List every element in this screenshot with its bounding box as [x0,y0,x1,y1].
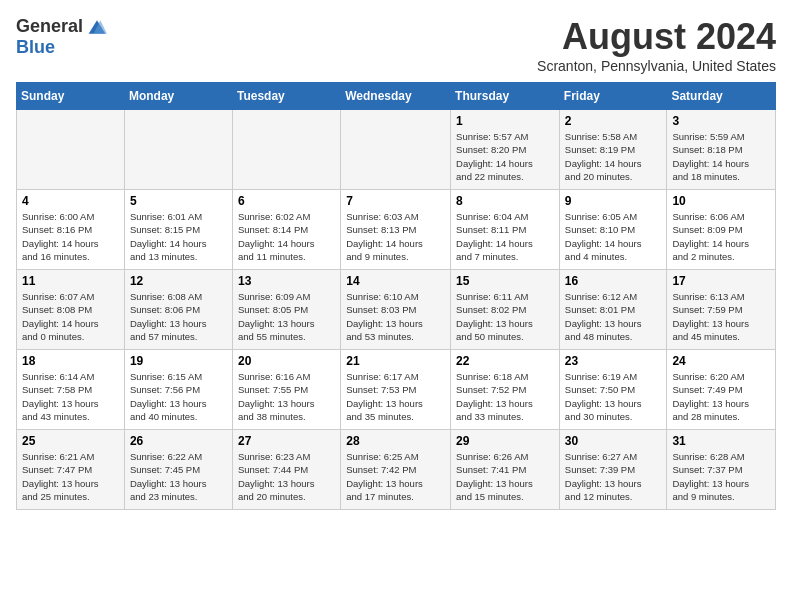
calendar-cell: 6Sunrise: 6:02 AM Sunset: 8:14 PM Daylig… [232,190,340,270]
calendar-cell [232,110,340,190]
day-info: Sunrise: 6:16 AM Sunset: 7:55 PM Dayligh… [238,370,335,423]
logo-icon [87,17,107,37]
day-info: Sunrise: 6:12 AM Sunset: 8:01 PM Dayligh… [565,290,662,343]
day-number: 15 [456,274,554,288]
day-number: 2 [565,114,662,128]
day-number: 7 [346,194,445,208]
day-number: 17 [672,274,770,288]
day-info: Sunrise: 6:10 AM Sunset: 8:03 PM Dayligh… [346,290,445,343]
day-info: Sunrise: 6:28 AM Sunset: 7:37 PM Dayligh… [672,450,770,503]
calendar-cell: 9Sunrise: 6:05 AM Sunset: 8:10 PM Daylig… [559,190,667,270]
calendar-cell: 11Sunrise: 6:07 AM Sunset: 8:08 PM Dayli… [17,270,125,350]
weekday-header-row: SundayMondayTuesdayWednesdayThursdayFrid… [17,83,776,110]
title-block: August 2024 Scranton, Pennsylvania, Unit… [537,16,776,74]
day-number: 13 [238,274,335,288]
calendar-cell: 1Sunrise: 5:57 AM Sunset: 8:20 PM Daylig… [451,110,560,190]
calendar-week-row: 11Sunrise: 6:07 AM Sunset: 8:08 PM Dayli… [17,270,776,350]
day-number: 10 [672,194,770,208]
calendar-cell: 28Sunrise: 6:25 AM Sunset: 7:42 PM Dayli… [341,430,451,510]
day-number: 22 [456,354,554,368]
day-info: Sunrise: 6:13 AM Sunset: 7:59 PM Dayligh… [672,290,770,343]
day-info: Sunrise: 6:17 AM Sunset: 7:53 PM Dayligh… [346,370,445,423]
calendar-cell: 20Sunrise: 6:16 AM Sunset: 7:55 PM Dayli… [232,350,340,430]
day-info: Sunrise: 6:07 AM Sunset: 8:08 PM Dayligh… [22,290,119,343]
day-number: 28 [346,434,445,448]
day-number: 21 [346,354,445,368]
day-info: Sunrise: 6:22 AM Sunset: 7:45 PM Dayligh… [130,450,227,503]
day-info: Sunrise: 6:06 AM Sunset: 8:09 PM Dayligh… [672,210,770,263]
day-info: Sunrise: 6:00 AM Sunset: 8:16 PM Dayligh… [22,210,119,263]
calendar-week-row: 4Sunrise: 6:00 AM Sunset: 8:16 PM Daylig… [17,190,776,270]
calendar-cell: 26Sunrise: 6:22 AM Sunset: 7:45 PM Dayli… [124,430,232,510]
calendar-week-row: 25Sunrise: 6:21 AM Sunset: 7:47 PM Dayli… [17,430,776,510]
day-number: 27 [238,434,335,448]
day-info: Sunrise: 6:27 AM Sunset: 7:39 PM Dayligh… [565,450,662,503]
page-header: General Blue August 2024 Scranton, Penns… [16,16,776,74]
calendar-cell: 31Sunrise: 6:28 AM Sunset: 7:37 PM Dayli… [667,430,776,510]
day-number: 25 [22,434,119,448]
calendar-cell: 21Sunrise: 6:17 AM Sunset: 7:53 PM Dayli… [341,350,451,430]
calendar-cell: 10Sunrise: 6:06 AM Sunset: 8:09 PM Dayli… [667,190,776,270]
day-number: 19 [130,354,227,368]
weekday-header-tuesday: Tuesday [232,83,340,110]
day-number: 4 [22,194,119,208]
weekday-header-monday: Monday [124,83,232,110]
calendar-cell: 18Sunrise: 6:14 AM Sunset: 7:58 PM Dayli… [17,350,125,430]
calendar-cell: 13Sunrise: 6:09 AM Sunset: 8:05 PM Dayli… [232,270,340,350]
calendar-cell: 30Sunrise: 6:27 AM Sunset: 7:39 PM Dayli… [559,430,667,510]
day-info: Sunrise: 5:59 AM Sunset: 8:18 PM Dayligh… [672,130,770,183]
calendar-week-row: 1Sunrise: 5:57 AM Sunset: 8:20 PM Daylig… [17,110,776,190]
day-info: Sunrise: 6:03 AM Sunset: 8:13 PM Dayligh… [346,210,445,263]
month-year-title: August 2024 [537,16,776,58]
calendar-cell: 14Sunrise: 6:10 AM Sunset: 8:03 PM Dayli… [341,270,451,350]
day-number: 11 [22,274,119,288]
day-number: 9 [565,194,662,208]
day-number: 8 [456,194,554,208]
weekday-header-saturday: Saturday [667,83,776,110]
calendar-cell: 23Sunrise: 6:19 AM Sunset: 7:50 PM Dayli… [559,350,667,430]
day-number: 14 [346,274,445,288]
day-info: Sunrise: 6:19 AM Sunset: 7:50 PM Dayligh… [565,370,662,423]
day-info: Sunrise: 6:01 AM Sunset: 8:15 PM Dayligh… [130,210,227,263]
day-number: 1 [456,114,554,128]
day-info: Sunrise: 6:20 AM Sunset: 7:49 PM Dayligh… [672,370,770,423]
day-number: 30 [565,434,662,448]
day-number: 24 [672,354,770,368]
weekday-header-friday: Friday [559,83,667,110]
calendar-week-row: 18Sunrise: 6:14 AM Sunset: 7:58 PM Dayli… [17,350,776,430]
calendar-cell [124,110,232,190]
logo-blue-text: Blue [16,37,55,58]
day-number: 5 [130,194,227,208]
day-number: 16 [565,274,662,288]
day-info: Sunrise: 6:15 AM Sunset: 7:56 PM Dayligh… [130,370,227,423]
calendar-cell: 16Sunrise: 6:12 AM Sunset: 8:01 PM Dayli… [559,270,667,350]
day-number: 31 [672,434,770,448]
day-number: 6 [238,194,335,208]
day-info: Sunrise: 5:57 AM Sunset: 8:20 PM Dayligh… [456,130,554,183]
day-info: Sunrise: 6:18 AM Sunset: 7:52 PM Dayligh… [456,370,554,423]
day-info: Sunrise: 6:08 AM Sunset: 8:06 PM Dayligh… [130,290,227,343]
calendar-cell: 8Sunrise: 6:04 AM Sunset: 8:11 PM Daylig… [451,190,560,270]
day-info: Sunrise: 6:09 AM Sunset: 8:05 PM Dayligh… [238,290,335,343]
logo-general-text: General [16,16,83,37]
day-number: 18 [22,354,119,368]
day-number: 29 [456,434,554,448]
weekday-header-wednesday: Wednesday [341,83,451,110]
calendar-cell: 19Sunrise: 6:15 AM Sunset: 7:56 PM Dayli… [124,350,232,430]
weekday-header-sunday: Sunday [17,83,125,110]
calendar-cell: 12Sunrise: 6:08 AM Sunset: 8:06 PM Dayli… [124,270,232,350]
day-info: Sunrise: 6:25 AM Sunset: 7:42 PM Dayligh… [346,450,445,503]
day-number: 20 [238,354,335,368]
day-info: Sunrise: 6:21 AM Sunset: 7:47 PM Dayligh… [22,450,119,503]
calendar-cell: 7Sunrise: 6:03 AM Sunset: 8:13 PM Daylig… [341,190,451,270]
calendar-cell: 15Sunrise: 6:11 AM Sunset: 8:02 PM Dayli… [451,270,560,350]
day-info: Sunrise: 6:02 AM Sunset: 8:14 PM Dayligh… [238,210,335,263]
day-info: Sunrise: 6:11 AM Sunset: 8:02 PM Dayligh… [456,290,554,343]
day-number: 23 [565,354,662,368]
logo: General Blue [16,16,107,58]
day-number: 3 [672,114,770,128]
day-info: Sunrise: 6:04 AM Sunset: 8:11 PM Dayligh… [456,210,554,263]
calendar-cell: 3Sunrise: 5:59 AM Sunset: 8:18 PM Daylig… [667,110,776,190]
location-subtitle: Scranton, Pennsylvania, United States [537,58,776,74]
calendar-cell [341,110,451,190]
